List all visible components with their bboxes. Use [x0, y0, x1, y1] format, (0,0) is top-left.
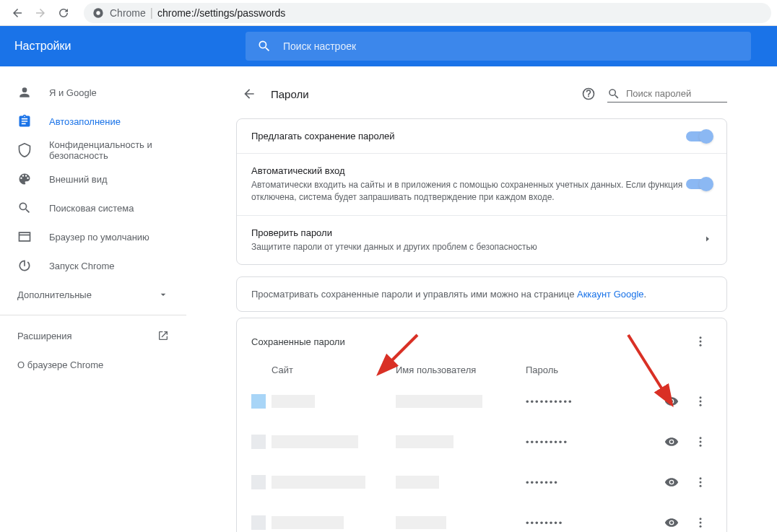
sidebar-item-appearance[interactable]: Внешний вид: [0, 165, 186, 193]
sidebar-item-autofill[interactable]: Автозаполнение: [0, 107, 186, 136]
show-password-button[interactable]: [660, 430, 683, 453]
password-search-input[interactable]: [626, 88, 727, 99]
search-icon: [607, 87, 620, 100]
site-favicon: [251, 394, 266, 409]
content-area: Пароли Предлагать сохранение паролей Авт…: [186, 66, 777, 532]
shield-icon: [17, 143, 32, 157]
sidebar-item-label: Автозаполнение: [49, 116, 169, 127]
saved-passwords-header: Сохраненные пароли: [237, 318, 726, 359]
address-bar[interactable]: Chrome | chrome://settings/passwords: [84, 3, 771, 23]
row-more-button[interactable]: [689, 511, 712, 532]
sidebar-item-search-engine[interactable]: Поисковая система: [0, 193, 186, 222]
password-masked: ••••••••••: [526, 396, 660, 407]
svg-point-9: [700, 437, 702, 440]
row-more-button[interactable]: [689, 390, 712, 413]
sidebar-advanced-toggle[interactable]: Дополнительные: [0, 280, 186, 309]
auto-signin-desc: Автоматически входить на сайты и в прило…: [251, 179, 686, 204]
browser-icon: [17, 230, 32, 244]
svg-point-10: [700, 441, 702, 443]
sidebar-item-label: Браузер по умолчанию: [49, 232, 169, 243]
page-title: Пароли: [271, 88, 576, 100]
offer-save-row: Предлагать сохранение паролей: [237, 119, 726, 153]
svg-point-14: [700, 485, 702, 487]
row-more-button[interactable]: [689, 471, 712, 494]
url-path: chrome://settings/passwords: [157, 7, 285, 19]
back-button[interactable]: [236, 81, 262, 107]
row-more-button[interactable]: [689, 430, 712, 453]
sidebar-item-startup[interactable]: Запуск Chrome: [0, 251, 186, 280]
chrome-icon: [92, 7, 104, 19]
reload-button[interactable]: [52, 1, 75, 25]
show-password-button[interactable]: [660, 471, 683, 494]
username-blurred: [396, 476, 439, 489]
svg-point-17: [700, 526, 702, 528]
chevron-down-icon: [157, 289, 169, 300]
svg-point-12: [700, 478, 702, 480]
password-masked: ••••••••: [526, 518, 660, 528]
sidebar-item-privacy[interactable]: Конфиденциальность и безопасность: [0, 136, 186, 165]
svg-point-3: [700, 337, 702, 339]
google-account-link[interactable]: Аккаунт Google: [577, 289, 644, 300]
site-name-blurred: [272, 435, 358, 448]
sidebar-about-link[interactable]: О браузере Chrome: [0, 350, 186, 379]
sidebar-extensions-link[interactable]: Расширения: [0, 321, 186, 350]
svg-point-16: [700, 522, 702, 524]
check-title: Проверить пароли: [251, 227, 703, 238]
external-link-icon: [157, 330, 169, 341]
search-icon: [17, 201, 32, 215]
search-icon: [257, 39, 272, 53]
clipboard-icon: [17, 114, 32, 128]
svg-point-8: [700, 404, 702, 406]
settings-search-input[interactable]: [283, 40, 739, 52]
saved-passwords-title: Сохраненные пароли: [251, 336, 345, 347]
password-row: •••••••: [237, 462, 726, 502]
help-button[interactable]: [576, 81, 602, 107]
settings-header: Настройки: [0, 26, 777, 66]
saved-passwords-card: Сохраненные пароли Сайт Имя пользователя…: [236, 318, 727, 532]
sidebar-item-default-browser[interactable]: Браузер по умолчанию: [0, 222, 186, 251]
password-row: •••••••••: [237, 422, 726, 462]
offer-save-title: Предлагать сохранение паролей: [251, 131, 686, 141]
svg-point-13: [700, 481, 702, 484]
username-blurred: [396, 435, 453, 448]
auto-signin-row: Автоматический вход Автоматически входит…: [237, 153, 726, 215]
check-passwords-row[interactable]: Проверить пароли Защитите пароли от утеч…: [237, 215, 726, 265]
site-favicon: [251, 435, 266, 449]
site-name-blurred: [272, 395, 315, 408]
password-search-box[interactable]: [607, 86, 727, 103]
offer-save-toggle[interactable]: [686, 131, 712, 141]
settings-card: Предлагать сохранение паролей Автоматиче…: [236, 118, 727, 265]
site-name-blurred: [272, 476, 365, 489]
svg-point-7: [700, 401, 702, 403]
settings-search-box[interactable]: [246, 32, 751, 61]
show-password-button[interactable]: [660, 511, 683, 532]
svg-point-6: [700, 397, 702, 399]
col-pass: Пароль: [526, 365, 712, 375]
sidebar-item-label: Внешний вид: [49, 174, 169, 185]
password-row: ••••••••••: [237, 381, 726, 422]
browser-toolbar: Chrome | chrome://settings/passwords: [0, 0, 777, 26]
saved-passwords-more-button[interactable]: [689, 330, 712, 353]
username-blurred: [396, 395, 482, 408]
svg-point-11: [700, 445, 702, 447]
google-account-info: Просматривать сохраненные пароли и управ…: [236, 276, 727, 312]
auto-signin-toggle[interactable]: [686, 179, 712, 189]
sidebar-item-you-and-google[interactable]: Я и Google: [0, 78, 186, 107]
palette-icon: [17, 172, 32, 186]
sidebar: Я и Google Автозаполнение Конфиденциальн…: [0, 66, 186, 532]
divider: [0, 315, 186, 315]
sidebar-item-label: Я и Google: [49, 87, 169, 98]
show-password-button[interactable]: [660, 390, 683, 413]
svg-point-4: [700, 341, 702, 343]
power-icon: [17, 258, 32, 273]
sidebar-item-label: Конфиденциальность и безопасность: [49, 139, 169, 161]
password-row: ••••••••: [237, 502, 726, 532]
back-nav-button[interactable]: [6, 1, 29, 25]
site-favicon: [251, 475, 266, 489]
url-origin: Chrome: [110, 7, 146, 19]
username-blurred: [396, 516, 446, 529]
forward-nav-button[interactable]: [29, 1, 52, 25]
person-icon: [17, 85, 32, 100]
col-user: Имя пользователя: [396, 365, 526, 375]
auto-signin-title: Автоматический вход: [251, 165, 686, 176]
